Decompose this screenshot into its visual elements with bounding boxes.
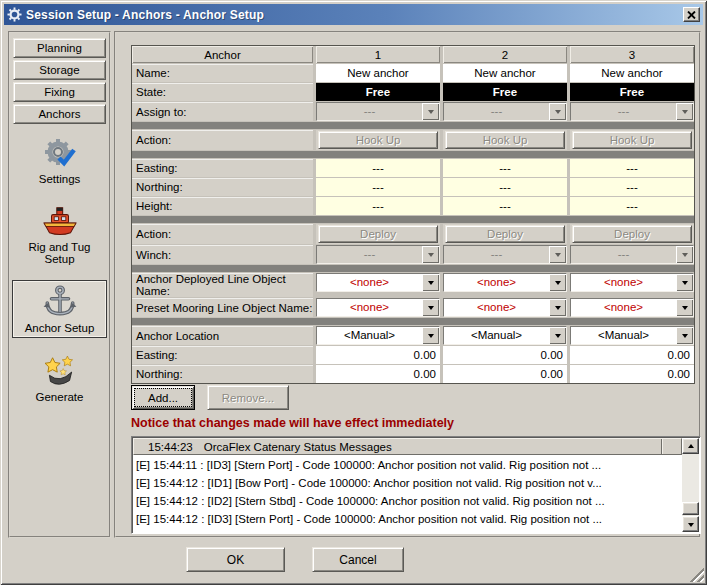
sidebar-item-label: Generate (13, 391, 106, 403)
assign-to-dropdown-2: --- (443, 102, 567, 121)
dropdown-arrow-button[interactable] (549, 327, 566, 344)
sidebar-tab-storage[interactable]: Storage (13, 60, 106, 80)
scroll-down-button[interactable] (682, 516, 699, 532)
log-header-title: OrcaFlex Catenary Status Messages (204, 441, 661, 453)
log-rows: [E] 15:44:11 : [ID3] [Stern Port] - Code… (134, 456, 681, 531)
dropdown-value: <none> (317, 299, 422, 316)
name-field-1[interactable]: New anchor (316, 64, 440, 82)
state-value-2: Free (443, 83, 567, 101)
chevron-down-icon (428, 253, 434, 260)
action-cell-1: Hook Up (316, 130, 440, 150)
dropdown-arrow-button (676, 103, 693, 120)
sidebar-item-settings[interactable]: Settings (12, 132, 107, 188)
easting-field-1[interactable]: 0.00 (316, 346, 440, 364)
easting-field-3[interactable]: 0.00 (570, 346, 694, 364)
anchor-location-dropdown-2[interactable]: <Manual> (443, 326, 567, 345)
chevron-down-icon (428, 281, 434, 288)
resize-grip[interactable] (689, 567, 704, 582)
dropdown-arrow-button[interactable] (422, 299, 439, 316)
dropdown-value: <none> (571, 299, 676, 316)
dropdown-arrow-button (422, 103, 439, 120)
chevron-down-icon (428, 334, 434, 341)
hook-up-button-1: Hook Up (318, 131, 438, 149)
northing-field-1: --- (316, 178, 440, 196)
cancel-button[interactable]: Cancel (312, 547, 404, 572)
log-message[interactable]: [E] 15:44:12 : [ID1] [Bow Port] - Code 1… (134, 474, 681, 492)
dropdown-value: --- (444, 103, 549, 120)
add-button[interactable]: Add... (131, 385, 195, 410)
dropdown-value: --- (571, 246, 676, 263)
chevron-down-icon (682, 334, 688, 341)
anchor-location-dropdown-1[interactable]: <Manual> (316, 326, 440, 345)
deploy-button-3: Deploy (572, 225, 692, 243)
anchor-setup-panel: Anchor123Name:New anchorNew anchorNew an… (114, 31, 701, 538)
sidebar-item-label: Anchor Setup (14, 322, 105, 334)
status-message-list: 15:44:23 OrcaFlex Catenary Status Messag… (131, 436, 701, 534)
remove-button: Remove... (207, 385, 289, 410)
dropdown-value: <Manual> (317, 327, 422, 344)
dropdown-arrow-button[interactable] (676, 327, 693, 344)
chevron-down-icon (682, 281, 688, 288)
sidebar-tab-fixing[interactable]: Fixing (13, 82, 106, 102)
height-field-2: --- (443, 197, 567, 215)
log-message[interactable]: [E] 15:44:11 : [ID3] [Stern Port] - Code… (134, 456, 681, 474)
sidebar: PlanningStorageFixingAnchors Settings Ri… (8, 31, 111, 538)
log-scrollbar[interactable] (682, 438, 699, 532)
preset-mooring-line-object-name-dropdown-2[interactable]: <none> (443, 298, 567, 317)
sidebar-item-label: Rig and Tug Setup (13, 241, 106, 265)
anchor-deployed-line-object-name-dropdown-2[interactable]: <none> (443, 273, 567, 292)
anchor-deployed-line-object-name-dropdown-1[interactable]: <none> (316, 273, 440, 292)
sidebar-tab-anchors[interactable]: Anchors (13, 104, 106, 124)
sidebar-item-rig-and-tug-setup[interactable]: Rig and Tug Setup (12, 200, 107, 268)
sidebar-item-generate[interactable]: Generate (12, 350, 107, 406)
log-message[interactable]: [E] 15:44:12 : [ID2] [Stern Stbd] - Code… (134, 492, 681, 510)
northing-row-label: Northing: (132, 365, 313, 383)
name-field-2[interactable]: New anchor (443, 64, 567, 82)
dropdown-value: <none> (317, 274, 422, 291)
preset-mooring-line-object-name-dropdown-3[interactable]: <none> (570, 298, 694, 317)
dropdown-arrow-button[interactable] (422, 327, 439, 344)
title-bar: Session Setup - Anchors - Anchor Setup (4, 4, 703, 25)
action-cell-3: Deploy (570, 224, 694, 244)
dropdown-arrow-button (549, 103, 566, 120)
close-icon (687, 11, 696, 19)
dropdown-value: <none> (571, 274, 676, 291)
column-header-1: 1 (316, 46, 440, 63)
easting-field-2[interactable]: 0.00 (443, 346, 567, 364)
preset-mooring-line-object-name-dropdown-1[interactable]: <none> (316, 298, 440, 317)
dropdown-arrow-button[interactable] (676, 299, 693, 316)
sidebar-item-anchor-setup[interactable]: Anchor Setup (12, 280, 107, 338)
dropdown-value: <none> (444, 299, 549, 316)
dropdown-arrow-button[interactable] (549, 274, 566, 291)
northing-field-3[interactable]: 0.00 (570, 365, 694, 383)
dropdown-arrow-button[interactable] (676, 274, 693, 291)
scroll-up-button[interactable] (682, 438, 699, 454)
column-header-label: Anchor (132, 46, 313, 63)
anchor-deployed-line-object-name-dropdown-3[interactable]: <none> (570, 273, 694, 292)
log-column-header[interactable]: 15:44:23 OrcaFlex Catenary Status Messag… (133, 438, 682, 455)
column-header-3: 3 (570, 46, 694, 63)
app-gear-icon (7, 7, 22, 22)
name-field-3[interactable]: New anchor (570, 64, 694, 82)
sidebar-tab-planning[interactable]: Planning (13, 38, 106, 58)
northing-field-2: --- (443, 178, 567, 196)
assign-to-dropdown-1: --- (316, 102, 440, 121)
column-header-2: 2 (443, 46, 567, 63)
action-cell-2: Hook Up (443, 130, 567, 150)
winch-dropdown-3: --- (570, 245, 694, 264)
scroll-thumb[interactable] (682, 502, 699, 515)
northing-field-2[interactable]: 0.00 (443, 365, 567, 383)
row-separator (132, 265, 694, 272)
state-row-label: State: (132, 83, 313, 101)
dropdown-arrow-button[interactable] (422, 274, 439, 291)
northing-field-1[interactable]: 0.00 (316, 365, 440, 383)
ok-button[interactable]: OK (186, 547, 285, 572)
dropdown-arrow-button[interactable] (549, 299, 566, 316)
gear-check-icon (13, 136, 106, 170)
log-message[interactable]: [E] 15:44:12 : [ID3] [Stern Port] - Code… (134, 510, 681, 528)
anchor-location-dropdown-3[interactable]: <Manual> (570, 326, 694, 345)
chevron-down-icon (555, 110, 561, 117)
close-button[interactable] (683, 7, 700, 22)
height-field-3: --- (570, 197, 694, 215)
chevron-down-icon (428, 306, 434, 313)
